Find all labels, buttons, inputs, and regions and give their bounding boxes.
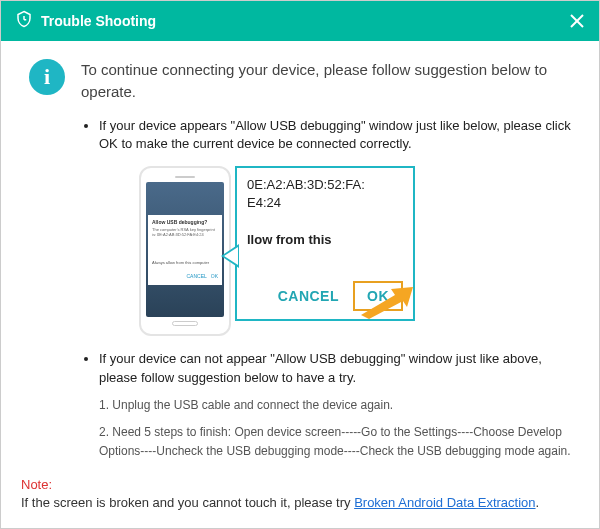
note-label: Note: xyxy=(21,477,52,492)
close-button[interactable] xyxy=(569,13,585,29)
dialog-content: i To continue connecting your device, pl… xyxy=(1,41,599,485)
zoom-panel: 0E:A2:AB:3D:52:FA: E4:24 llow from this … xyxy=(235,166,415,321)
callout-tail-icon xyxy=(221,244,239,268)
phone-dialog-body: The computer's RSA key fingerprint is: 0… xyxy=(152,228,218,258)
header-text: To continue connecting your device, plea… xyxy=(81,59,571,103)
instruction-item-2: If your device can not appear "Allow USB… xyxy=(99,350,571,461)
zoom-cancel-button: CANCEL xyxy=(278,286,339,306)
phone-dialog-check: Always allow from this computer xyxy=(152,260,218,266)
phone-ok-btn: OK xyxy=(211,273,218,280)
illustration-area: Allow USB debugging? The computer's RSA … xyxy=(139,166,571,336)
substep-1: 1. Unplug the USB cable and connect the … xyxy=(99,396,571,415)
arrow-icon xyxy=(359,285,415,325)
dialog-title: Trouble Shooting xyxy=(41,13,156,29)
footer-text-after: . xyxy=(536,495,540,510)
phone-speaker xyxy=(175,176,195,178)
broken-android-link[interactable]: Broken Android Data Extraction xyxy=(354,495,535,510)
header-row: i To continue connecting your device, pl… xyxy=(29,59,571,103)
phone-dialog-buttons: CANCEL OK xyxy=(152,273,218,280)
title-bar: Trouble Shooting xyxy=(1,1,599,41)
svg-marker-2 xyxy=(361,287,413,319)
instruction-item-1: If your device appears "Allow USB debugg… xyxy=(99,117,571,337)
phone-dialog-title: Allow USB debugging? xyxy=(152,219,218,226)
phone-home-button xyxy=(172,321,198,326)
phone-usb-dialog: Allow USB debugging? The computer's RSA … xyxy=(148,215,222,285)
substep-2: 2. Need 5 steps to finish: Open device s… xyxy=(99,423,571,461)
zoom-wrapper: 0E:A2:AB:3D:52:FA: E4:24 llow from this … xyxy=(235,166,415,321)
phone-mockup: Allow USB debugging? The computer's RSA … xyxy=(139,166,231,336)
troubleshoot-dialog: Trouble Shooting i To continue connectin… xyxy=(0,0,600,529)
instruction-1-text: If your device appears "Allow USB debugg… xyxy=(99,118,571,152)
instruction-2-text: If your device can not appear "Allow USB… xyxy=(99,351,542,385)
footer-note: Note: If the screen is broken and you ca… xyxy=(21,476,579,512)
substeps: 1. Unplug the USB cable and connect the … xyxy=(99,396,571,462)
zoom-allow-text: llow from this xyxy=(247,231,403,250)
shield-icon xyxy=(15,10,33,32)
instruction-list: If your device appears "Allow USB debugg… xyxy=(29,117,571,462)
phone-cancel-btn: CANCEL xyxy=(186,273,206,280)
zoom-mac-text: 0E:A2:AB:3D:52:FA: E4:24 xyxy=(247,176,403,211)
footer-text-before: If the screen is broken and you cannot t… xyxy=(21,495,354,510)
title-left: Trouble Shooting xyxy=(15,10,156,32)
info-icon: i xyxy=(29,59,65,95)
phone-screen: Allow USB debugging? The computer's RSA … xyxy=(146,182,224,317)
